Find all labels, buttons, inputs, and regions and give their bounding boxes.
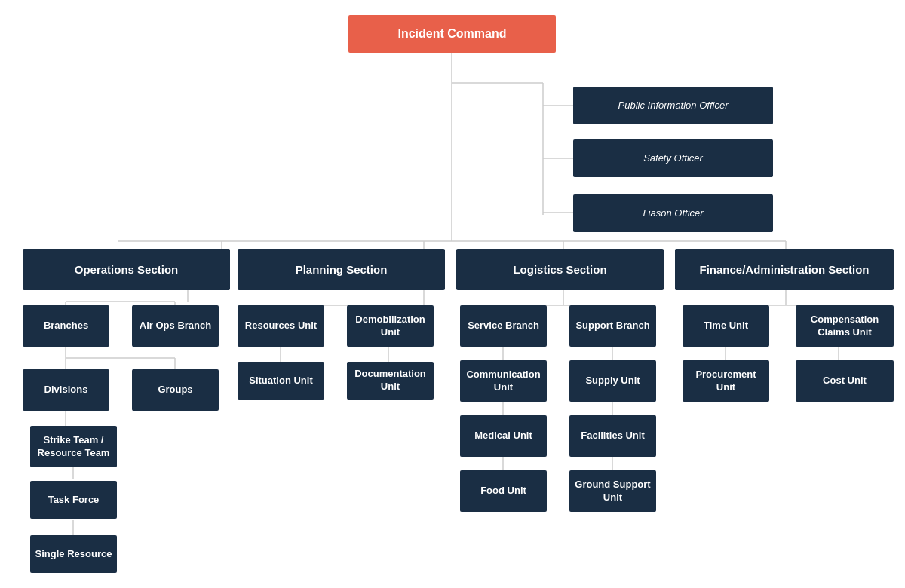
medical-unit-label: Medical Unit <box>474 430 532 443</box>
groups-node: Groups <box>132 369 219 411</box>
support-branch-label: Support Branch <box>575 320 649 332</box>
safety-officer-node: Safety Officer <box>573 139 773 177</box>
food-unit-label: Food Unit <box>480 485 526 498</box>
supply-unit-node: Supply Unit <box>569 360 656 402</box>
comm-unit-node: Communication Unit <box>460 360 547 402</box>
logistics-section-node: Logistics Section <box>456 249 664 290</box>
air-ops-branch-label: Air Ops Branch <box>140 320 211 332</box>
supply-unit-label: Supply Unit <box>585 375 640 387</box>
divisions-node: Divisions <box>23 369 109 411</box>
resources-unit-label: Resources Unit <box>245 320 317 332</box>
liason-officer-label: Liason Officer <box>643 207 703 220</box>
single-resource-label: Single Resource <box>35 548 112 561</box>
task-force-label: Task Force <box>48 494 100 507</box>
safety-officer-label: Safety Officer <box>643 152 703 165</box>
air-ops-branch-node: Air Ops Branch <box>132 305 219 347</box>
support-branch-node: Support Branch <box>569 305 656 347</box>
operations-section-node: Operations Section <box>23 249 230 290</box>
public-info-officer-label: Public Information Officer <box>618 100 729 112</box>
situation-unit-label: Situation Unit <box>249 375 313 387</box>
logistics-section-label: Logistics Section <box>513 262 606 277</box>
situation-unit-node: Situation Unit <box>238 362 324 400</box>
task-force-node: Task Force <box>30 481 117 519</box>
liason-officer-node: Liason Officer <box>573 194 773 232</box>
planning-section-node: Planning Section <box>238 249 445 290</box>
time-unit-node: Time Unit <box>683 305 769 347</box>
food-unit-node: Food Unit <box>460 470 547 512</box>
divisions-label: Divisions <box>44 384 88 397</box>
finance-section-label: Finance/Administration Section <box>699 262 869 277</box>
documentation-unit-label: Documentation Unit <box>351 368 429 394</box>
comp-claims-unit-node: Compensation Claims Unit <box>796 305 894 347</box>
strike-team-node: Strike Team /Resource Team <box>30 426 117 467</box>
cost-unit-label: Cost Unit <box>823 375 867 387</box>
groups-label: Groups <box>158 384 192 397</box>
public-info-officer-node: Public Information Officer <box>573 87 773 124</box>
finance-section-node: Finance/Administration Section <box>675 249 894 290</box>
facilities-unit-label: Facilities Unit <box>581 430 645 443</box>
ground-support-unit-node: Ground Support Unit <box>569 470 656 512</box>
medical-unit-node: Medical Unit <box>460 415 547 457</box>
planning-section-label: Planning Section <box>296 262 388 277</box>
branches-node: Branches <box>23 305 109 347</box>
procurement-unit-node: Procurement Unit <box>683 360 769 402</box>
demob-unit-label: Demobilization Unit <box>351 314 429 339</box>
resources-unit-node: Resources Unit <box>238 305 324 347</box>
comp-claims-unit-label: Compensation Claims Unit <box>800 314 889 339</box>
demob-unit-node: Demobilization Unit <box>347 305 434 347</box>
service-branch-label: Service Branch <box>468 320 539 332</box>
procurement-unit-label: Procurement Unit <box>687 369 765 394</box>
org-chart: Incident Command Public Information Offi… <box>0 0 905 30</box>
incident-command-label: Incident Command <box>397 26 506 42</box>
facilities-unit-node: Facilities Unit <box>569 415 656 457</box>
branches-label: Branches <box>44 320 88 332</box>
service-branch-node: Service Branch <box>460 305 547 347</box>
single-resource-node: Single Resource <box>30 535 117 573</box>
strike-team-label: Strike Team /Resource Team <box>38 434 110 460</box>
time-unit-label: Time Unit <box>704 320 748 332</box>
ground-support-unit-label: Ground Support Unit <box>574 479 652 504</box>
operations-section-label: Operations Section <box>75 262 179 277</box>
cost-unit-node: Cost Unit <box>796 360 894 402</box>
documentation-unit-node: Documentation Unit <box>347 362 434 400</box>
incident-command-node: Incident Command <box>348 15 556 53</box>
comm-unit-label: Communication Unit <box>465 369 542 394</box>
